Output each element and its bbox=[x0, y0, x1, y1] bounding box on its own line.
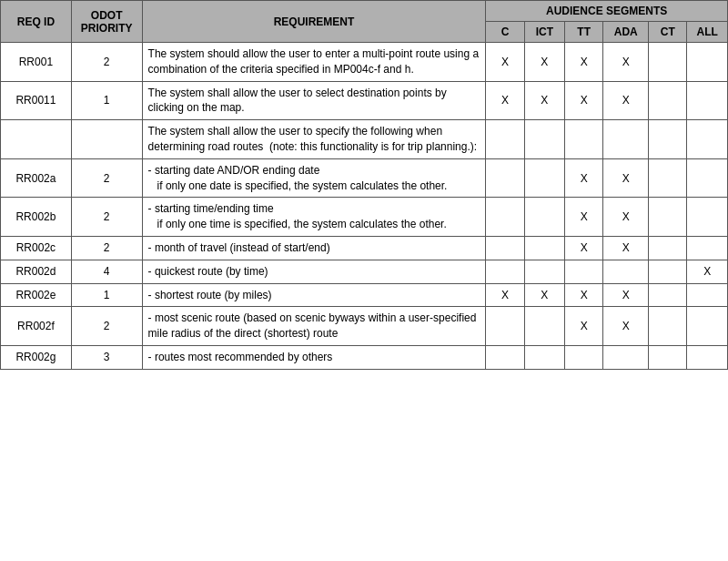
cell-col-1 bbox=[71, 120, 142, 159]
table-row: The system shall allow the user to speci… bbox=[1, 120, 728, 159]
header-c: C bbox=[486, 22, 524, 43]
cell-col-3 bbox=[486, 260, 524, 283]
requirement-text: - routes most recommended by others bbox=[142, 345, 486, 369]
cell-col-5: X bbox=[565, 283, 603, 307]
table-row: RR002e1- shortest route (by miles)XXXX bbox=[1, 283, 728, 307]
cell-col-3 bbox=[486, 120, 524, 159]
requirement-text: The system shall allow the user to speci… bbox=[142, 120, 486, 159]
cell-col-3 bbox=[486, 158, 524, 198]
header-ict: ICT bbox=[524, 22, 564, 43]
cell-col-8 bbox=[687, 307, 728, 346]
cell-col-8 bbox=[687, 198, 728, 237]
cell-col-3 bbox=[486, 345, 524, 369]
cell-col-1: 2 bbox=[71, 236, 142, 260]
cell-col-5: X bbox=[565, 43, 603, 82]
table-row: RR00111The system shall allow the user t… bbox=[1, 81, 728, 120]
cell-col-5 bbox=[565, 260, 603, 283]
header-tt: TT bbox=[565, 22, 603, 43]
table-row: RR002c2- month of travel (instead of sta… bbox=[1, 236, 728, 260]
header-all: ALL bbox=[687, 22, 728, 43]
cell-col-6: X bbox=[603, 43, 649, 82]
table-row: RR002b2- starting time/ending time if on… bbox=[1, 198, 728, 237]
cell-col-4 bbox=[524, 307, 564, 346]
cell-col-7 bbox=[649, 236, 687, 260]
cell-col-1: 2 bbox=[71, 43, 142, 82]
cell-col-4 bbox=[524, 158, 564, 198]
header-odot: ODOT PRIORITY bbox=[71, 1, 142, 43]
header-ct: CT bbox=[649, 22, 687, 43]
cell-col-8 bbox=[687, 81, 728, 120]
cell-col-7 bbox=[649, 345, 687, 369]
cell-col-6 bbox=[603, 120, 649, 159]
cell-col-5 bbox=[565, 120, 603, 159]
cell-col-7 bbox=[649, 307, 687, 346]
cell-col-8 bbox=[687, 236, 728, 260]
cell-col-6: X bbox=[603, 283, 649, 307]
cell-col-0: RR002c bbox=[1, 236, 72, 260]
cell-col-5: X bbox=[565, 158, 603, 198]
requirement-text: - month of travel (instead of start/end) bbox=[142, 236, 486, 260]
cell-col-4 bbox=[524, 236, 564, 260]
cell-col-8 bbox=[687, 283, 728, 307]
cell-col-6 bbox=[603, 260, 649, 283]
cell-col-8 bbox=[687, 345, 728, 369]
cell-col-0: RR0011 bbox=[1, 81, 72, 120]
cell-col-7 bbox=[649, 43, 687, 82]
cell-col-3: X bbox=[486, 283, 524, 307]
cell-col-4 bbox=[524, 198, 564, 237]
cell-col-6: X bbox=[603, 236, 649, 260]
requirements-table: REQ ID ODOT PRIORITY REQUIREMENT AUDIENC… bbox=[0, 0, 728, 370]
cell-col-8 bbox=[687, 120, 728, 159]
table-row: RR002f2- most scenic route (based on sce… bbox=[1, 307, 728, 346]
cell-col-0: RR002a bbox=[1, 158, 72, 198]
header-requirement: REQUIREMENT bbox=[142, 1, 486, 43]
cell-col-1: 4 bbox=[71, 260, 142, 283]
cell-col-5: X bbox=[565, 307, 603, 346]
cell-col-3 bbox=[486, 198, 524, 237]
requirement-text: - quickest route (by time) bbox=[142, 260, 486, 283]
cell-col-1: 2 bbox=[71, 158, 142, 198]
cell-col-0 bbox=[1, 120, 72, 159]
cell-col-0: RR001 bbox=[1, 43, 72, 82]
cell-col-4: X bbox=[524, 283, 564, 307]
cell-col-1: 2 bbox=[71, 307, 142, 346]
cell-col-8 bbox=[687, 158, 728, 198]
cell-col-6: X bbox=[603, 198, 649, 237]
cell-col-1: 1 bbox=[71, 81, 142, 120]
cell-col-8 bbox=[687, 43, 728, 82]
requirement-text: - shortest route (by miles) bbox=[142, 283, 486, 307]
requirement-text: The system shall allow the user to selec… bbox=[142, 81, 486, 120]
table-row: RR0012The system should allow the user t… bbox=[1, 43, 728, 82]
cell-col-3: X bbox=[486, 81, 524, 120]
cell-col-4 bbox=[524, 120, 564, 159]
cell-col-0: RR002b bbox=[1, 198, 72, 237]
cell-col-6: X bbox=[603, 81, 649, 120]
header-ada: ADA bbox=[603, 22, 649, 43]
table-row: RR002a2- starting date AND/OR ending dat… bbox=[1, 158, 728, 198]
cell-col-0: RR002d bbox=[1, 260, 72, 283]
cell-col-5: X bbox=[565, 236, 603, 260]
cell-col-5: X bbox=[565, 81, 603, 120]
cell-col-1: 2 bbox=[71, 198, 142, 237]
cell-col-4: X bbox=[524, 81, 564, 120]
cell-col-0: RR002g bbox=[1, 345, 72, 369]
cell-col-7 bbox=[649, 198, 687, 237]
cell-col-6: X bbox=[603, 158, 649, 198]
cell-col-7 bbox=[649, 260, 687, 283]
requirement-text: - starting time/ending time if only one … bbox=[142, 198, 486, 237]
cell-col-4 bbox=[524, 260, 564, 283]
cell-col-4: X bbox=[524, 43, 564, 82]
cell-col-3 bbox=[486, 307, 524, 346]
cell-col-3: X bbox=[486, 43, 524, 82]
requirement-text: - starting date AND/OR ending date if on… bbox=[142, 158, 486, 198]
cell-col-7 bbox=[649, 283, 687, 307]
cell-col-7 bbox=[649, 158, 687, 198]
cell-col-1: 3 bbox=[71, 345, 142, 369]
cell-col-8: X bbox=[687, 260, 728, 283]
cell-col-6 bbox=[603, 345, 649, 369]
cell-col-7 bbox=[649, 81, 687, 120]
header-row-1: REQ ID ODOT PRIORITY REQUIREMENT AUDIENC… bbox=[1, 1, 728, 22]
cell-col-6: X bbox=[603, 307, 649, 346]
cell-col-4 bbox=[524, 345, 564, 369]
cell-col-7 bbox=[649, 120, 687, 159]
